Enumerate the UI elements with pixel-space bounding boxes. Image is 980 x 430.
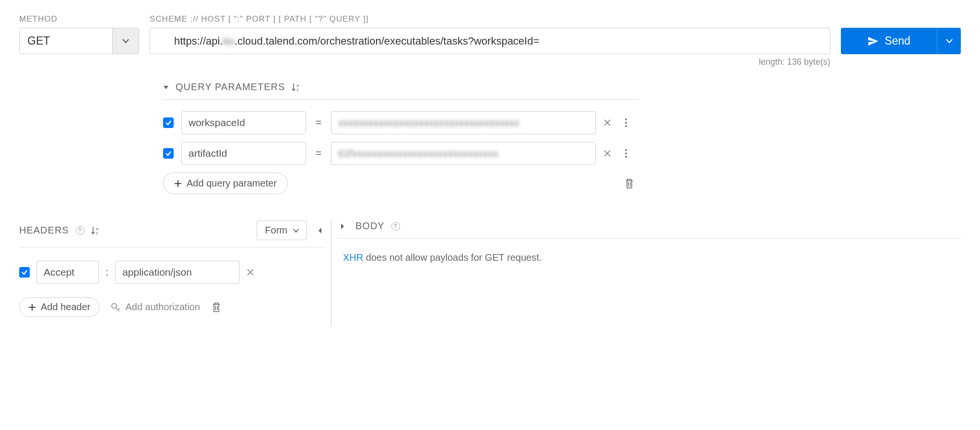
headers-mode-label: Form <box>265 225 287 236</box>
kebab-icon <box>625 149 627 158</box>
add-query-param-button[interactable]: Add query parameter <box>163 173 288 194</box>
delete-headers-button[interactable] <box>212 302 225 313</box>
add-authorization-button[interactable]: Add authorization <box>111 302 200 313</box>
header-checkbox[interactable] <box>19 267 30 278</box>
body-title: BODY <box>355 221 385 232</box>
body-message-rest: does not allow payloads for GET request. <box>363 252 542 263</box>
x-icon <box>247 268 254 276</box>
svg-point-6 <box>625 152 627 154</box>
add-authorization-label: Add authorization <box>125 302 200 313</box>
svg-text:A: A <box>296 83 299 88</box>
headers-title: HEADERS <box>19 225 69 236</box>
check-icon <box>21 269 28 276</box>
param-name-input[interactable] <box>181 142 306 165</box>
trash-icon <box>212 302 221 313</box>
method-label: METHOD <box>19 14 139 24</box>
url-suffix: .cloud.talend.com/orchestration/executab… <box>235 35 539 47</box>
svg-text:Z: Z <box>96 231 99 235</box>
query-title: QUERY PARAMETERS <box>176 81 285 93</box>
param-value-blurred: xxxxxxxxxxxxxxxxxxxxxxxxxxxxxxxxxxxx <box>338 117 520 128</box>
method-dropdown-button[interactable] <box>112 28 139 54</box>
clear-param-button[interactable] <box>603 150 617 157</box>
body-message: XHR does not allow payloads for GET requ… <box>336 252 961 263</box>
svg-point-3 <box>625 122 627 124</box>
url-input[interactable]: https://api.eu.cloud.talend.com/orchestr… <box>150 28 830 54</box>
triangle-down-icon[interactable] <box>163 84 169 90</box>
param-name-input[interactable] <box>181 111 306 134</box>
header-value-input[interactable] <box>115 261 240 284</box>
svg-text:A: A <box>96 227 99 231</box>
param-value-input[interactable]: xxxxxxxxxxxxxxxxxxxxxxxxxxxxxxxxxxxx <box>331 111 596 134</box>
svg-point-4 <box>625 125 627 127</box>
add-header-button[interactable]: Add header <box>19 297 99 317</box>
sort-az-icon[interactable]: AZ <box>91 226 102 235</box>
method-value: GET <box>20 28 112 54</box>
vertical-divider <box>331 221 331 326</box>
add-query-param-label: Add query parameter <box>187 178 277 189</box>
plus-icon <box>174 180 182 187</box>
url-length: length: 136 byte(s) <box>150 57 830 67</box>
method-select[interactable]: GET <box>19 28 139 54</box>
caret-down-icon <box>122 39 129 44</box>
expand-body-icon[interactable] <box>336 222 349 230</box>
kebab-icon <box>625 118 627 128</box>
key-icon <box>111 302 120 312</box>
x-icon <box>603 119 611 127</box>
header-row: : <box>19 261 326 284</box>
svg-point-7 <box>625 156 627 158</box>
sort-az-icon[interactable]: AZ <box>292 82 302 92</box>
delete-params-button[interactable] <box>625 178 638 189</box>
body-help-icon[interactable]: ? <box>391 222 400 231</box>
send-dropdown[interactable] <box>937 28 961 54</box>
trash-icon <box>625 178 634 189</box>
equals-sign: = <box>314 116 323 129</box>
headers-help-icon[interactable]: ? <box>76 226 84 235</box>
headers-mode-select[interactable]: Form <box>257 221 307 240</box>
send-button[interactable]: Send <box>841 28 961 54</box>
colon: : <box>106 266 108 279</box>
param-menu-button[interactable] <box>625 149 638 158</box>
param-checkbox[interactable] <box>163 148 174 159</box>
param-row: = 61fxxxxxxxxxxxxxxxxxxxxxxxxxxxxx <box>163 142 638 165</box>
check-icon <box>165 150 172 157</box>
param-row: = xxxxxxxxxxxxxxxxxxxxxxxxxxxxxxxxxxxx <box>163 111 638 134</box>
svg-point-2 <box>625 118 627 120</box>
check-icon <box>165 119 172 126</box>
add-header-label: Add header <box>41 302 90 313</box>
param-value-blurred: 61fxxxxxxxxxxxxxxxxxxxxxxxxxxxxx <box>338 148 498 159</box>
caret-down-icon <box>946 39 953 44</box>
param-value-input[interactable]: 61fxxxxxxxxxxxxxxxxxxxxxxxxxxxxx <box>331 142 596 165</box>
query-section-header: QUERY PARAMETERS AZ <box>163 81 638 100</box>
send-icon <box>867 35 879 47</box>
url-label: SCHEME :// HOST [ ":" PORT ] [ PATH [ "?… <box>150 14 830 24</box>
url-prefix: https://api. <box>174 35 223 47</box>
x-icon <box>603 150 611 157</box>
caret-down-icon <box>293 229 299 232</box>
header-name-input[interactable] <box>36 261 99 284</box>
svg-text:Z: Z <box>296 88 299 92</box>
xhr-label: XHR <box>343 252 363 263</box>
send-label: Send <box>885 35 910 47</box>
param-checkbox[interactable] <box>163 117 174 128</box>
url-blurred: eu <box>223 35 235 47</box>
equals-sign: = <box>314 147 323 160</box>
collapse-headers-icon[interactable] <box>314 227 326 234</box>
clear-param-button[interactable] <box>603 119 617 127</box>
clear-header-button[interactable] <box>247 268 260 276</box>
plus-icon <box>28 303 36 311</box>
param-menu-button[interactable] <box>625 118 638 128</box>
svg-point-5 <box>625 149 627 151</box>
